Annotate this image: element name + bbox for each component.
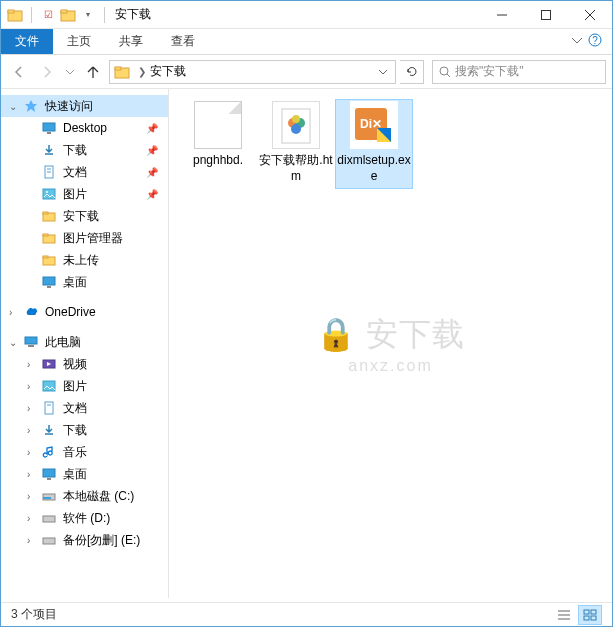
chevron-right-icon[interactable]: › <box>27 491 37 502</box>
tab-file[interactable]: 文件 <box>1 29 53 54</box>
chevron-down-icon[interactable]: ⌄ <box>9 101 19 112</box>
maximize-button[interactable] <box>524 1 568 29</box>
sidebar-item-picmgr[interactable]: 图片管理器 <box>1 227 168 249</box>
address-folder-icon <box>114 64 130 80</box>
drive-icon <box>41 532 57 548</box>
sidebar-item-downloads2[interactable]: › 下载 <box>1 419 168 441</box>
sidebar-item-anxiazai[interactable]: 安下载 <box>1 205 168 227</box>
svg-rect-53 <box>584 616 589 620</box>
sidebar-item-pictures[interactable]: 图片 📌 <box>1 183 168 205</box>
pin-icon: 📌 <box>146 189 158 200</box>
search-icon <box>439 66 451 78</box>
sidebar-item-desktop3[interactable]: › 桌面 <box>1 463 168 485</box>
svg-rect-39 <box>43 516 55 522</box>
svg-rect-1 <box>8 10 14 13</box>
ribbon: 文件 主页 共享 查看 ? <box>1 29 612 55</box>
chevron-right-icon[interactable]: › <box>27 381 37 392</box>
sidebar-item-label: 下载 <box>63 422 87 439</box>
sidebar-item-onedrive[interactable]: › OneDrive <box>1 301 168 323</box>
file-item[interactable]: 安下载帮助.htm <box>257 99 335 189</box>
chevron-right-icon[interactable]: › <box>27 425 37 436</box>
content-area[interactable]: 🔒 安下载 anxz.com pnghhbd. 安下载帮助.htm Di✕ di… <box>169 89 612 598</box>
sidebar-item-drive-c[interactable]: › 本地磁盘 (C:) <box>1 485 168 507</box>
qat-checkbox-icon[interactable]: ☑ <box>40 7 56 23</box>
svg-rect-28 <box>47 286 51 288</box>
pin-icon: 📌 <box>146 167 158 178</box>
sidebar-item-documents[interactable]: 文档 📌 <box>1 161 168 183</box>
svg-rect-52 <box>591 610 596 614</box>
sidebar-item-downloads[interactable]: 下载 📌 <box>1 139 168 161</box>
file-item[interactable]: Di✕ dixmlsetup.exe <box>335 99 413 189</box>
sidebar-item-music[interactable]: › 音乐 <box>1 441 168 463</box>
sidebar-item-desktop2[interactable]: 桌面 <box>1 271 168 293</box>
sidebar-item-label: 文档 <box>63 164 87 181</box>
document-icon <box>41 164 57 180</box>
sidebar-item-label: 此电脑 <box>45 334 81 351</box>
sidebar-item-drive-e[interactable]: › 备份[勿删] (E:) <box>1 529 168 551</box>
chevron-right-icon[interactable]: › <box>27 535 37 546</box>
sidebar-item-label: 音乐 <box>63 444 87 461</box>
help-icon[interactable]: ? <box>588 33 602 47</box>
close-button[interactable] <box>568 1 612 29</box>
address-bar[interactable]: ❯ 安下载 <box>109 60 396 84</box>
sidebar-item-label: 备份[勿删] (E:) <box>63 532 140 549</box>
chevron-right-icon[interactable]: ❯ <box>134 66 150 77</box>
address-segment[interactable]: 安下载 <box>150 63 186 80</box>
svg-rect-30 <box>28 345 34 347</box>
sidebar-item-label: 视频 <box>63 356 87 373</box>
view-details-button[interactable] <box>552 605 576 625</box>
chevron-right-icon[interactable]: › <box>27 469 37 480</box>
chevron-right-icon[interactable]: › <box>27 403 37 414</box>
svg-rect-33 <box>45 402 53 414</box>
chevron-right-icon[interactable]: › <box>27 447 37 458</box>
ribbon-expand-icon[interactable] <box>572 35 582 45</box>
sidebar-item-videos[interactable]: › 视频 <box>1 353 168 375</box>
chevron-right-icon[interactable]: › <box>9 307 19 318</box>
back-button[interactable] <box>7 60 31 84</box>
tab-share[interactable]: 共享 <box>105 29 157 54</box>
svg-rect-35 <box>43 469 55 477</box>
sidebar-item-thispc[interactable]: ⌄ 此电脑 <box>1 331 168 353</box>
svg-point-45 <box>292 115 300 123</box>
tab-view[interactable]: 查看 <box>157 29 209 54</box>
svg-rect-5 <box>542 10 551 19</box>
qat-dropdown-icon[interactable]: ▾ <box>80 7 96 23</box>
window-title: 安下载 <box>115 6 151 23</box>
sidebar-item-documents2[interactable]: › 文档 <box>1 397 168 419</box>
svg-rect-11 <box>115 67 121 70</box>
sidebar-item-notuploaded[interactable]: 未上传 <box>1 249 168 271</box>
address-dropdown-icon[interactable] <box>375 68 391 76</box>
music-icon <box>41 444 57 460</box>
tab-home[interactable]: 主页 <box>53 29 105 54</box>
view-icons-button[interactable] <box>578 605 602 625</box>
computer-icon <box>23 334 39 350</box>
watermark: 🔒 安下载 anxz.com <box>316 313 466 375</box>
chevron-down-icon[interactable]: ⌄ <box>9 337 19 348</box>
watermark-main: 🔒 安下载 <box>316 316 466 352</box>
svg-rect-36 <box>47 478 51 480</box>
svg-rect-19 <box>43 189 55 199</box>
refresh-button[interactable] <box>400 60 424 84</box>
pictures-icon <box>41 378 57 394</box>
svg-rect-15 <box>47 132 51 134</box>
sidebar: ⌄ 快速访问 Desktop 📌 下载 📌 文档 📌 图片 📌 安下载 <box>1 89 169 598</box>
sidebar-item-drive-d[interactable]: › 软件 (D:) <box>1 507 168 529</box>
folder-icon <box>41 252 57 268</box>
minimize-button[interactable] <box>480 1 524 29</box>
recent-dropdown[interactable] <box>63 60 77 84</box>
sidebar-item-desktop[interactable]: Desktop 📌 <box>1 117 168 139</box>
svg-rect-32 <box>43 381 55 391</box>
exe-file-icon: Di✕ <box>350 101 398 149</box>
file-item[interactable]: pnghhbd. <box>179 99 257 189</box>
up-button[interactable] <box>81 60 105 84</box>
forward-button[interactable] <box>35 60 59 84</box>
download-icon <box>41 422 57 438</box>
svg-rect-38 <box>43 497 51 499</box>
search-input[interactable]: 搜索"安下载" <box>432 60 606 84</box>
chevron-right-icon[interactable]: › <box>27 359 37 370</box>
sidebar-item-quick-access[interactable]: ⌄ 快速访问 <box>1 95 168 117</box>
sidebar-item-pictures2[interactable]: › 图片 <box>1 375 168 397</box>
chevron-right-icon[interactable]: › <box>27 513 37 524</box>
svg-text:?: ? <box>592 35 598 46</box>
folder-icon <box>41 230 57 246</box>
